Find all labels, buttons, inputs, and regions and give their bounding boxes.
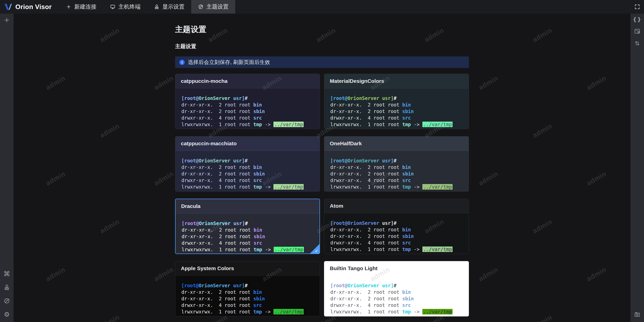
theme-name: catppuccin-macchiato xyxy=(181,140,237,147)
terminal-prompt-line: [root@OrionServer usr]# xyxy=(330,95,463,101)
terminal-line: dr-xr-xr-x. 2 root root sbin xyxy=(182,233,313,240)
terminal-preview: [root@OrionServer usr]# dr-xr-xr-x. 2 ro… xyxy=(175,151,320,192)
theme-card-catppuccin-macchiato[interactable]: catppuccin-macchiato [root@OrionServer u… xyxy=(175,136,320,192)
theme-name: OneHalfDark xyxy=(330,140,362,147)
left-rail-bottom: ⌘ ⚙ xyxy=(2,270,12,318)
terminal-prompt-line: [root@OrionServer usr]# xyxy=(330,157,463,164)
watermark-text: admin xyxy=(99,313,121,322)
terminal-preview: [root@OrionServer usr]# dr-xr-xr-x. 2 ro… xyxy=(324,151,469,192)
terminal-preview: [root@OrionServer usr]# dr-xr-xr-x. 2 ro… xyxy=(175,276,320,316)
right-rail: {} xyxy=(630,14,644,322)
screenshot-button[interactable] xyxy=(632,311,642,318)
theme-card-materialdesigncolors[interactable]: MaterialDesignColors [root@OrionServer u… xyxy=(324,74,469,129)
new-tab-button[interactable] xyxy=(2,17,12,24)
plus-icon xyxy=(4,17,10,23)
terminal-line: drwxr-xr-x. 4 root root src xyxy=(182,240,313,246)
plus-icon xyxy=(66,4,71,10)
terminal-prompt-line: [root@OrionServer usr]# xyxy=(181,95,314,101)
terminal-symlink-line: lrwxrwxrwx. 1 root root tmp -> ../var/tm… xyxy=(181,121,314,128)
terminal-line: drwxr-xr-x. 4 root root src xyxy=(330,177,463,184)
watermark-text: admin xyxy=(153,170,175,187)
terminal-line: dr-xr-xr-x. 2 root root bin xyxy=(330,226,463,233)
camera-icon xyxy=(634,311,640,318)
watermark-text: admin xyxy=(531,218,554,235)
theme-card-header: catppuccin-mocha xyxy=(175,74,320,88)
watermark-text: admin xyxy=(45,266,67,283)
terminal-symlink-line: lrwxrwxrwx. 1 root root tmp -> ../var/tm… xyxy=(330,308,463,315)
theme-settings-button[interactable] xyxy=(2,297,12,304)
terminal-line: dr-xr-xr-x. 2 root root bin xyxy=(182,227,313,233)
terminal-prompt-line: [root@OrionServer usr]# xyxy=(330,220,463,226)
stamp-icon xyxy=(154,4,159,10)
shortcut-keys-button[interactable]: ⌘ xyxy=(2,270,12,277)
alert-text: 选择后会立刻保存, 刷新页面后生效 xyxy=(188,59,270,66)
terminal-line: dr-xr-xr-x. 2 root root bin xyxy=(330,289,463,295)
theme-card-catppuccin-mocha[interactable]: catppuccin-mocha [root@OrionServer usr]#… xyxy=(175,74,320,129)
stamp-icon xyxy=(4,284,10,291)
variables-button[interactable]: {} xyxy=(632,16,642,23)
watermark-text: admin xyxy=(99,122,121,139)
tab-host-terminal[interactable]: 主机终端 xyxy=(103,0,147,14)
palette-icon xyxy=(198,4,204,10)
watermark-text: admin xyxy=(531,122,554,139)
theme-card-header: OneHalfDark xyxy=(324,136,469,151)
watermark-text: admin xyxy=(99,26,121,44)
braces-icon: {} xyxy=(633,16,641,22)
main-tabs: 新建连接 主机终端 显示设置 主题设置 xyxy=(59,0,235,14)
tab-display-settings[interactable]: 显示设置 xyxy=(147,0,191,14)
tab-new-connection[interactable]: 新建连接 xyxy=(59,0,103,14)
terminal-line: drwxr-xr-x. 4 root root src xyxy=(330,239,463,246)
theme-card-header: catppuccin-macchiato xyxy=(175,136,320,151)
terminal-line: dr-xr-xr-x. 2 root root sbin xyxy=(330,233,463,239)
watermark-text: admin xyxy=(531,313,554,322)
terminal-line: dr-xr-xr-x. 2 root root bin xyxy=(181,101,314,108)
info-alert: i 选择后会立刻保存, 刷新页面后生效 xyxy=(175,56,469,68)
theme-card-onehalfdark[interactable]: OneHalfDark [root@OrionServer usr]# dr-x… xyxy=(324,136,469,192)
theme-card-apple-system-colors[interactable]: Apple System Colors [root@OrionServer us… xyxy=(175,261,320,316)
tab-label: 新建连接 xyxy=(74,3,96,11)
gear-icon: ⚙ xyxy=(4,311,10,318)
terminal-line: dr-xr-xr-x. 2 root root bin xyxy=(330,101,463,108)
watermark-text: admin xyxy=(153,74,175,92)
watermark-text: admin xyxy=(45,170,67,187)
terminal-preview: [root@OrionServer usr]# dr-xr-xr-x. 2 ro… xyxy=(324,88,469,129)
top-bar: Orion Visor 新建连接 主机终端 显示设置 主题设置 xyxy=(0,0,644,14)
theme-card-builtin-tango-light[interactable]: Builtin Tango Light [root@OrionServer us… xyxy=(324,261,469,316)
terminal-prompt-line: [root@OrionServer usr]# xyxy=(181,157,314,164)
page-title: 主题设置 xyxy=(175,24,469,35)
watermark-text: admin xyxy=(585,74,608,92)
terminal-line: dr-xr-xr-x. 2 root root bin xyxy=(181,289,314,295)
theme-card-dracula[interactable]: Dracula [root@OrionServer usr]# dr-xr-xr… xyxy=(175,199,320,254)
theme-card-header: Dracula xyxy=(176,199,319,213)
terminal-symlink-line: lrwxrwxrwx. 1 root root tmp -> ../var/tm… xyxy=(182,246,313,253)
fullscreen-icon xyxy=(634,4,640,10)
check-icon: ✓ xyxy=(315,248,318,254)
terminal-symlink-line: lrwxrwxrwx. 1 root root tmp -> ../var/tm… xyxy=(330,121,463,128)
watermark-text: admin xyxy=(45,74,67,92)
terminal-line: drwxr-xr-x. 4 root root src xyxy=(330,115,463,121)
terminal-preview: [root@OrionServer usr]# dr-xr-xr-x. 2 ro… xyxy=(176,213,319,254)
left-rail: ⌘ ⚙ xyxy=(0,14,14,322)
watermark-text: admin xyxy=(585,170,608,187)
terminal-line: dr-xr-xr-x. 2 root root sbin xyxy=(330,295,463,302)
terminal-preview: [root@OrionServer usr]# dr-xr-xr-x. 2 ro… xyxy=(324,213,469,254)
terminal-line: drwxr-xr-x. 4 root root src xyxy=(330,302,463,308)
tab-label: 显示设置 xyxy=(162,3,184,11)
tab-theme-settings[interactable]: 主题设置 xyxy=(191,0,235,14)
theme-card-header: Builtin Tango Light xyxy=(324,261,469,276)
terminal-line: drwxr-xr-x. 4 root root src xyxy=(181,302,314,308)
fullscreen-button[interactable] xyxy=(630,0,644,14)
terminal-line: dr-xr-xr-x. 2 root root sbin xyxy=(181,170,314,177)
settings-button[interactable]: ⚙ xyxy=(2,311,12,318)
watermark-text: admin xyxy=(99,218,121,235)
brand: Orion Visor xyxy=(0,2,59,11)
snippets-button[interactable] xyxy=(632,28,642,35)
display-settings-button[interactable] xyxy=(2,284,12,291)
terminal-line: dr-xr-xr-x. 2 root root sbin xyxy=(181,295,314,302)
theme-card-atom[interactable]: Atom [root@OrionServer usr]# dr-xr-xr-x.… xyxy=(324,199,469,254)
info-icon: i xyxy=(179,60,185,65)
terminal-line: dr-xr-xr-x. 2 root root sbin xyxy=(330,170,463,177)
watermark-text: admin xyxy=(153,266,175,283)
transfer-button[interactable] xyxy=(632,40,642,47)
terminal-symlink-line: lrwxrwxrwx. 1 root root tmp -> ../var/tm… xyxy=(181,308,314,315)
